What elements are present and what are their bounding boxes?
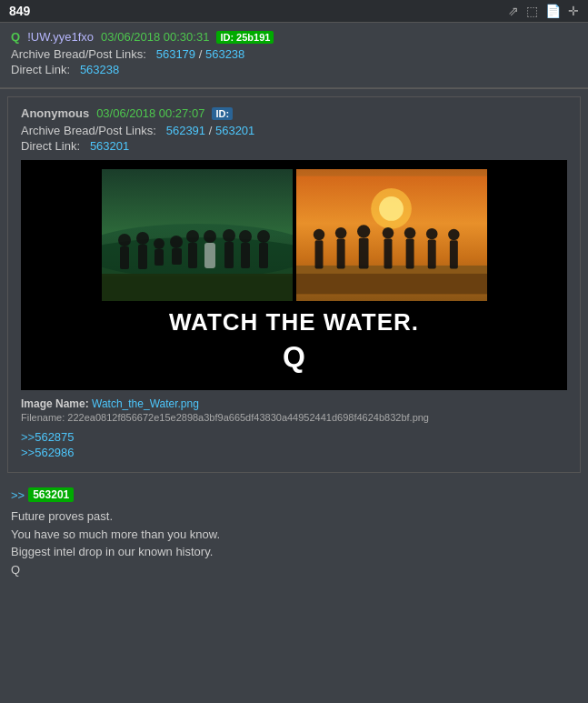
anon-post: Anonymous 03/06/2018 00:27:07 ID: Archiv…	[7, 96, 581, 473]
reply-link-2[interactable]: >>562986	[21, 446, 567, 459]
first-post-id-badge: ID: 25b191	[216, 31, 274, 44]
slash-sep: /	[199, 47, 205, 61]
first-post-date: 03/06/2018 00:30:31	[101, 30, 209, 44]
id-value: 25b191	[236, 32, 270, 43]
first-post-direct-line: Direct Link: 563238	[11, 63, 577, 76]
id-label: ID:	[220, 32, 234, 43]
anon-archive-link2[interactable]: 563201	[215, 124, 254, 137]
move-icon[interactable]: ✛	[568, 4, 579, 18]
meme-images-row	[30, 169, 558, 301]
group-photo-right	[296, 169, 487, 301]
anon-author: Anonymous	[21, 106, 89, 120]
meme-title: WATCH THE WATER.	[30, 308, 558, 336]
first-post-archive-line: Archive Bread/Post Links: 563179 / 56323…	[11, 47, 577, 61]
svg-point-36	[404, 227, 415, 239]
svg-rect-29	[314, 240, 323, 268]
svg-point-20	[257, 230, 270, 243]
image-filename-line: Filename: 222ea0812f856672e15e2898a3bf9a…	[21, 412, 567, 423]
file-icon[interactable]: 📄	[545, 4, 561, 18]
first-post-direct-link[interactable]: 563238	[80, 63, 119, 76]
image-name-value[interactable]: Watch_the_Water.png	[92, 397, 199, 410]
quoted-arrow: >>	[11, 488, 25, 502]
anon-direct-line: Direct Link: 563201	[21, 139, 567, 153]
post-tripcode: !UW.yye1fxo	[27, 30, 94, 44]
svg-point-12	[186, 230, 199, 243]
svg-point-6	[136, 232, 149, 245]
post-author-q-label: Q	[11, 30, 20, 44]
archive-link2[interactable]: 563238	[205, 47, 244, 61]
svg-rect-17	[224, 242, 234, 268]
svg-rect-13	[188, 243, 197, 268]
first-post: Q !UW.yye1fxo 03/06/2018 00:30:31 ID: 25…	[0, 23, 588, 88]
group-photo-svg	[102, 169, 293, 301]
group-photo-left	[102, 169, 293, 301]
svg-point-10	[170, 236, 183, 248]
anon-post-header: Anonymous 03/06/2018 00:27:07 ID:	[21, 106, 567, 120]
post-line-1: Future proves past.	[11, 507, 577, 526]
anon-date: 03/06/2018 00:27:07	[96, 106, 204, 120]
anon-archive-line: Archive Bread/Post Links: 562391 / 56320…	[21, 124, 567, 137]
reply-links: >>562875 >>562986	[21, 430, 567, 459]
svg-point-14	[204, 230, 216, 243]
svg-point-40	[448, 229, 460, 241]
svg-point-25	[379, 196, 404, 221]
svg-rect-9	[154, 249, 164, 266]
svg-point-30	[334, 227, 346, 239]
anon-direct-link[interactable]: 563201	[90, 139, 129, 153]
anon-archive-label: Archive Bread/Post Links:	[21, 124, 156, 137]
vr-icon[interactable]: ⬚	[526, 4, 538, 18]
archive-label: Archive Bread/Post Links:	[11, 47, 146, 61]
image-name-line: Image Name: Watch_the_Water.png	[21, 397, 567, 410]
svg-rect-41	[449, 240, 457, 268]
korea-photo-svg	[296, 169, 487, 301]
post-line-q: Q	[11, 563, 577, 577]
post-line-3: Biggest intel drop in our known history.	[11, 543, 577, 561]
svg-rect-22	[102, 276, 293, 301]
svg-point-34	[382, 227, 394, 239]
svg-point-32	[357, 225, 370, 237]
svg-point-4	[118, 234, 131, 246]
image-name-label: Image Name:	[21, 397, 89, 410]
svg-rect-21	[259, 243, 268, 268]
svg-point-18	[239, 230, 252, 243]
svg-rect-35	[384, 239, 392, 269]
svg-point-28	[313, 229, 324, 241]
svg-rect-19	[241, 243, 250, 268]
svg-rect-39	[427, 239, 435, 268]
meme-container: WATCH THE WATER. Q	[21, 160, 567, 390]
first-post-header: Q !UW.yye1fxo 03/06/2018 00:30:31 ID: 25…	[11, 30, 577, 44]
svg-point-8	[154, 238, 164, 249]
page-container: 849 ⇗ ⬚ 📄 ✛ Q !UW.yye1fxo 03/06/2018 00:…	[0, 0, 588, 584]
anon-id-label: ID:	[215, 108, 229, 119]
bottom-post: >> 563201 Future proves past. You have s…	[0, 480, 588, 584]
divider-1	[0, 88, 588, 89]
direct-label: Direct Link:	[11, 63, 70, 76]
quoted-id-line: >> 563201	[11, 487, 74, 502]
top-bar-icons: ⇗ ⬚ 📄 ✛	[508, 4, 579, 18]
svg-point-16	[223, 229, 235, 242]
meme-subtitle: Q	[30, 340, 558, 374]
quoted-id-badge[interactable]: 563201	[28, 487, 74, 502]
svg-rect-33	[358, 238, 368, 269]
reply-link-1[interactable]: >>562875	[21, 430, 567, 444]
thread-number: 849	[9, 4, 30, 18]
svg-rect-15	[204, 243, 215, 268]
anon-archive-link1[interactable]: 562391	[166, 124, 205, 137]
filename-value: 222ea0812f856672e15e2898a3bf9a665df43830…	[67, 412, 429, 423]
anon-direct-label: Direct Link:	[21, 139, 80, 153]
filename-label: Filename:	[21, 412, 65, 423]
share-icon[interactable]: ⇗	[508, 4, 519, 18]
svg-rect-11	[172, 248, 182, 265]
archive-link1[interactable]: 563179	[156, 47, 195, 61]
top-bar: 849 ⇗ ⬚ 📄 ✛	[0, 0, 588, 23]
anon-id-badge: ID:	[212, 107, 233, 120]
post-line-2: You have so much more than you know.	[11, 526, 577, 544]
svg-rect-31	[336, 239, 344, 269]
anon-slash: /	[209, 124, 215, 137]
svg-rect-37	[405, 239, 414, 269]
svg-point-38	[425, 228, 437, 240]
svg-rect-5	[120, 246, 129, 269]
svg-rect-7	[138, 245, 147, 269]
